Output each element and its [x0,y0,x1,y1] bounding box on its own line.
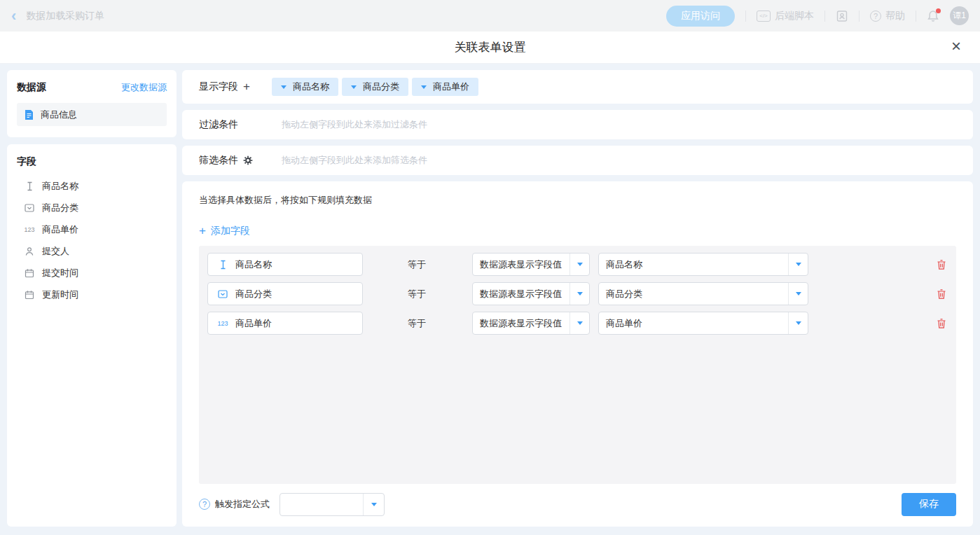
text-field-icon [23,181,36,191]
help-label: 帮助 [885,10,905,22]
datasource-card: 数据源 更改数据源 商品信息 [7,70,177,137]
datasource-item[interactable]: 商品信息 [17,103,167,126]
field-item-number[interactable]: 123 商品单价 [17,218,167,240]
backend-script-button[interactable]: </> 后端脚本 [757,10,814,22]
field-item-select[interactable]: 商品分类 [17,197,167,218]
target-field-select[interactable]: 商品名称 [598,253,808,276]
display-field-tag[interactable]: 商品名称 [272,78,338,96]
field-item-label: 提交时间 [42,267,78,279]
rule-field-box[interactable]: 123 商品单价 [207,312,363,335]
dialog-footer: ? 触发指定公式 保存 [199,490,956,518]
chevron-down-icon [351,85,357,89]
source-value-select[interactable]: 数据源表显示字段值 [472,253,590,276]
operator-label: 等于 [408,258,426,271]
dialog-title: 关联表单设置 [455,39,526,55]
fill-rules-hint: 当选择具体数据后，将按如下规则填充数据 [199,194,956,207]
gear-icon[interactable] [243,155,253,165]
display-fields-label: 显示字段 [199,81,238,93]
number-field-icon: 123 [23,226,36,233]
add-display-field-button[interactable]: + [243,80,250,94]
plus-icon: + [199,225,206,237]
tag-label: 商品名称 [293,81,329,93]
display-field-tag[interactable]: 商品分类 [342,78,408,96]
chevron-down-icon [371,503,377,506]
tag-label: 商品单价 [433,81,469,93]
field-item-label: 提交人 [42,245,69,258]
source-value-select[interactable]: 数据源表显示字段值 [472,312,590,335]
source-value: 数据源表显示字段值 [473,312,570,334]
add-field-label: 添加字段 [211,225,250,237]
chevron-down-icon [281,85,287,89]
datasource-item-label: 商品信息 [41,109,77,121]
rule-field-label: 商品名称 [235,258,272,271]
field-item-date[interactable]: 更新时间 [17,284,167,305]
filter-condition-label: 过滤条件 [199,118,238,131]
display-field-tags: 商品名称 商品分类 商品单价 [272,78,478,96]
app-topbar: ‹ 数据加载采购订单 应用访问 </> 后端脚本 ? 帮助 [0,0,980,32]
target-field-select[interactable]: 商品分类 [598,282,808,305]
operator-label: 等于 [408,317,426,330]
close-icon[interactable]: × [946,37,966,57]
display-field-tag[interactable]: 商品单价 [412,78,478,96]
form-document-icon [24,109,34,120]
operator-label: 等于 [408,288,426,300]
source-value-select[interactable]: 数据源表显示字段值 [472,282,590,305]
delete-rule-icon[interactable] [935,317,948,331]
calendar-icon [23,268,36,278]
datasource-title: 数据源 [17,81,46,94]
chevron-down-icon [577,321,583,325]
filter-condition-row[interactable]: 过滤条件 拖动左侧字段到此处来添加过滤条件 [182,110,973,139]
sift-condition-label: 筛选条件 [199,154,238,167]
help-button[interactable]: ? 帮助 [870,10,905,22]
field-item-date[interactable]: 提交时间 [17,262,167,284]
target-field-value: 商品单价 [599,312,788,334]
user-field-icon [23,246,36,256]
select-field-icon [23,203,36,213]
sift-condition-placeholder: 拖动左侧字段到此处来添加筛选条件 [282,154,427,167]
text-field-icon [216,260,229,270]
source-value: 数据源表显示字段值 [473,253,570,275]
rule-field-box[interactable]: 商品分类 [207,282,363,305]
rule-field-label: 商品分类 [235,288,272,300]
settings-panel: 显示字段 + 商品名称 商品分类 商品单价 [182,70,973,527]
filter-condition-placeholder: 拖动左侧字段到此处来添加过滤条件 [282,118,427,131]
help-icon: ? [870,11,881,22]
change-datasource-link[interactable]: 更改数据源 [121,81,167,94]
notifications-bell-icon[interactable] [927,10,939,22]
rule-row: 商品名称 等于 数据源表显示字段值 商品名称 [207,253,948,276]
delete-rule-icon[interactable] [935,258,948,272]
back-icon[interactable]: ‹ [11,9,16,23]
field-item-user[interactable]: 提交人 [17,240,167,262]
chevron-down-icon [796,292,801,296]
fill-rules-card: 当选择具体数据后，将按如下规则填充数据 + 添加字段 [182,181,973,527]
app-access-button[interactable]: 应用访问 [666,6,735,27]
delete-rule-icon[interactable] [935,287,948,301]
help-circle-icon[interactable]: ? [199,499,210,510]
target-field-value: 商品分类 [599,283,788,305]
contacts-icon[interactable] [836,10,848,22]
rule-field-label: 商品单价 [235,317,272,330]
sift-condition-row[interactable]: 筛选条件 拖动左侧字段到此处来添加筛选条件 [182,146,973,175]
save-button[interactable]: 保存 [902,493,956,516]
backend-script-label: 后端脚本 [775,10,814,22]
formula-select[interactable] [279,493,385,516]
field-item-label: 商品名称 [42,180,78,193]
tag-label: 商品分类 [363,81,399,93]
divider [859,11,860,22]
trigger-formula-label: 触发指定公式 [215,498,270,510]
source-value: 数据源表显示字段值 [473,283,570,305]
avatar[interactable]: 谭1 [950,6,969,25]
chevron-down-icon [796,263,801,266]
number-field-icon: 123 [216,320,229,327]
chevron-down-icon [577,263,583,266]
left-sidebar: 数据源 更改数据源 商品信息 字段 [7,70,177,527]
dialog-body: 数据源 更改数据源 商品信息 字段 [0,64,980,535]
rules-panel: 商品名称 等于 数据源表显示字段值 商品名称 [199,246,956,484]
add-field-button[interactable]: + 添加字段 [199,225,250,237]
field-item-text[interactable]: 商品名称 [17,175,167,197]
rule-row: 123 商品单价 等于 数据源表显示字段值 商品单价 [207,312,948,335]
dialog-header: 关联表单设置 × [0,32,980,64]
rule-field-box[interactable]: 商品名称 [207,253,363,276]
target-field-select[interactable]: 商品单价 [598,312,808,335]
select-field-icon [216,289,229,299]
